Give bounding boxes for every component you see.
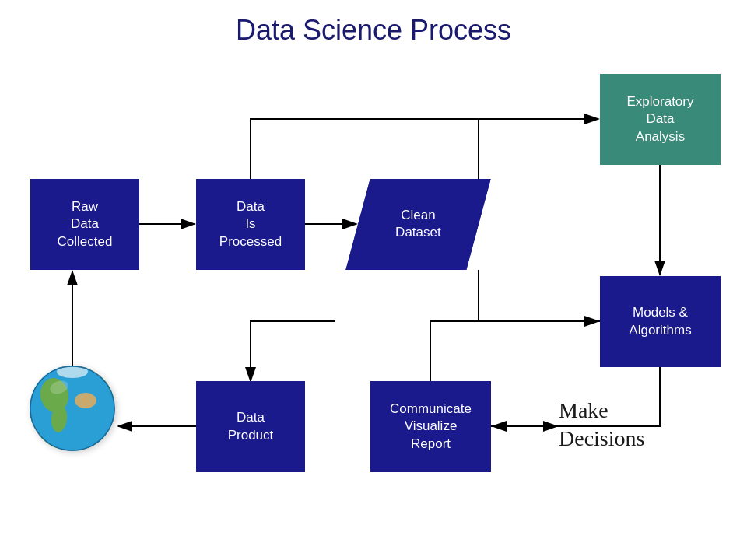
data-product-box: Data Product [196,381,305,472]
exploratory-analysis-box: Exploratory Data Analysis [600,74,721,165]
globe-icon [30,366,115,451]
raw-data-box: Raw Data Collected [30,179,139,270]
communicate-box: Communicate Visualize Report [370,381,491,472]
data-processed-box: Data Is Processed [196,179,305,270]
make-decisions-label: MakeDecisions [559,397,644,453]
clean-dataset-box: Clean Dataset [345,179,490,270]
svg-point-11 [75,393,96,408]
page-title: Data Science Process [0,0,747,47]
models-algorithms-box: Models & Algorithms [600,276,721,367]
